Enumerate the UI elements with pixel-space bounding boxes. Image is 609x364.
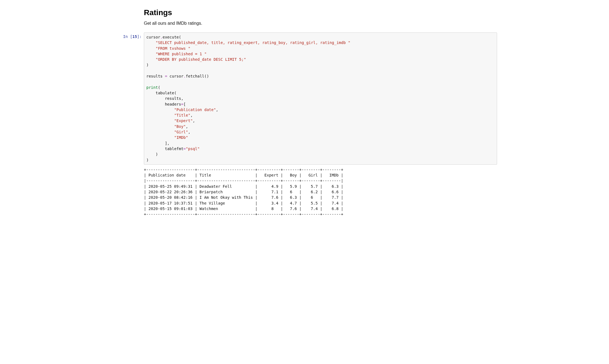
code-token: , [216, 107, 218, 112]
output-text: +---------------------+-----------------… [144, 167, 495, 217]
markdown-cell: Ratings Get all ours and IMDb ratings. [144, 8, 492, 26]
code-token: , [186, 124, 188, 129]
code-builtin: print [146, 85, 158, 90]
prompt-in-label: In [ [123, 34, 133, 39]
code-token: fetchall() [186, 74, 209, 78]
code-token: . [160, 35, 163, 39]
code-token: ) [146, 158, 149, 162]
code-token: , [193, 118, 195, 123]
code-string: "Expert" [174, 118, 193, 123]
code-operator: = [181, 102, 183, 106]
code-string: "IMDb" [174, 135, 188, 140]
code-string: "WHERE published = 1 " [156, 52, 207, 56]
code-string: "SELECT published_date, title, rating_ex… [156, 40, 350, 45]
code-string: "FROM tvshows " [156, 46, 190, 51]
code-string: "Title" [174, 113, 190, 117]
code-token: , [190, 113, 193, 117]
code-token: cursor [167, 74, 183, 78]
code-cell: In [15]: cursor.execute( "SELECT publish… [112, 32, 497, 165]
code-token: execute( [163, 35, 181, 39]
section-description: Get all ours and IMDb ratings. [144, 21, 492, 26]
code-token: tabulate( [146, 91, 177, 95]
prompt-number: 15 [132, 34, 137, 39]
code-token: cursor [146, 35, 160, 39]
code-string: "Boy" [174, 124, 186, 129]
code-token: , [188, 130, 190, 134]
input-prompt: In [15]: [112, 32, 144, 39]
code-input-area[interactable]: cursor.execute( "SELECT published_date, … [144, 32, 497, 165]
prompt-close: ]: [137, 34, 142, 39]
section-heading: Ratings [144, 8, 492, 17]
code-content[interactable]: cursor.execute( "SELECT published_date, … [146, 34, 495, 163]
code-token: results, [146, 96, 183, 101]
code-token: ], [146, 141, 169, 145]
code-token: [ [183, 102, 186, 106]
code-token: tablefmt [146, 147, 183, 151]
code-token: headers [146, 102, 181, 106]
output-area: +---------------------+-----------------… [142, 166, 497, 218]
code-string: "ORDER BY published_date DESC LIMIT 5;" [156, 57, 246, 62]
code-token: results [146, 74, 165, 78]
code-token: ) [146, 152, 158, 156]
code-token: ) [146, 63, 149, 67]
code-string: "Girl" [174, 130, 188, 134]
code-operator: = [165, 74, 167, 78]
code-token: ( [158, 85, 160, 90]
code-string: "psql" [186, 147, 200, 151]
output-cell: +---------------------+-----------------… [112, 166, 497, 218]
code-string: "Publication date" [174, 107, 216, 112]
notebook-container: Ratings Get all ours and IMDb ratings. I… [106, 8, 503, 218]
